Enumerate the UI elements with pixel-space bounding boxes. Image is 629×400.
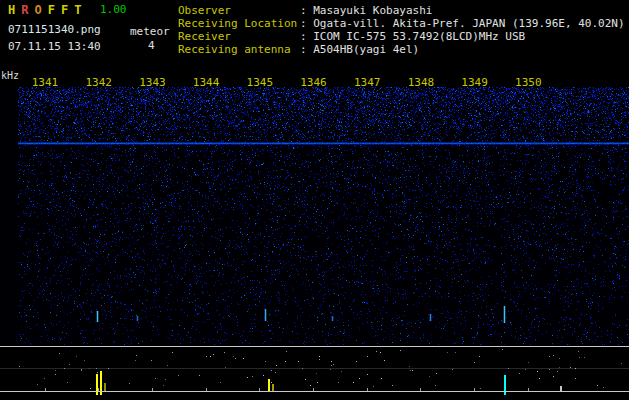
info-value: : ICOM IC-575 53.7492(8LCD)MHz USB xyxy=(300,30,525,43)
info-label: Receiver xyxy=(178,30,300,43)
info-label: Observer xyxy=(178,4,300,17)
title-letter: F xyxy=(61,3,68,17)
meteor-count-label: meteor xyxy=(130,26,170,38)
output-filename: 0711151340.png xyxy=(8,24,101,36)
level-panel-canvas xyxy=(0,346,629,400)
info-value: : A504HB(yagi 4el) xyxy=(300,43,419,56)
info-row: Receiving antenna: A504HB(yagi 4el) xyxy=(178,43,625,56)
datetime-label: 07.11.15 13:40 xyxy=(8,41,101,53)
app-title: HROFFT xyxy=(8,3,87,17)
info-label: Receiving antenna xyxy=(178,43,300,56)
freq-unit-label: kHz xyxy=(1,70,19,81)
title-letter: T xyxy=(74,3,81,17)
spectrogram-canvas xyxy=(0,87,629,345)
info-row: Receiving Location: Ogata-vill. Akita-Pr… xyxy=(178,17,625,30)
station-info: Observer: Masayuki KobayashiReceiving Lo… xyxy=(178,4,625,56)
info-row: Receiver: ICOM IC-575 53.7492(8LCD)MHz U… xyxy=(178,30,625,43)
info-value: : Ogata-vill. Akita-Pref. JAPAN (139.96E… xyxy=(300,17,625,30)
title-letter: O xyxy=(34,3,41,17)
info-label: Receiving Location xyxy=(178,17,300,30)
app-version: 1.00 xyxy=(100,4,127,16)
title-letter: H xyxy=(8,3,15,17)
info-value: : Masayuki Kobayashi xyxy=(300,4,432,17)
meteor-count-value: 4 xyxy=(148,40,155,52)
hrofft-screen: HROFFT 1.00 0711151340.png 07.11.15 13:4… xyxy=(0,0,629,400)
info-row: Observer: Masayuki Kobayashi xyxy=(178,4,625,17)
title-letter: F xyxy=(48,3,55,17)
title-letter: R xyxy=(21,3,28,17)
